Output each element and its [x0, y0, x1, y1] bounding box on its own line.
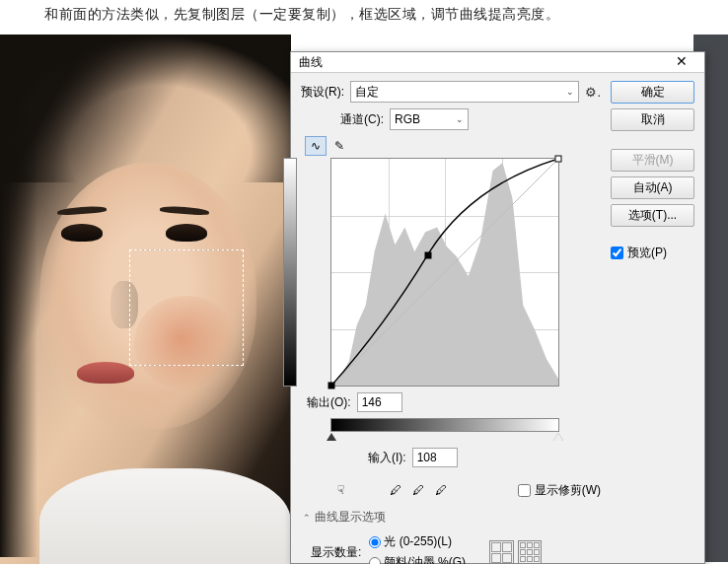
chevron-down-icon: ⌄ [566, 87, 574, 97]
instruction-text: 和前面的方法类似，先复制图层（一定要复制），框选区域，调节曲线提高亮度。 [44, 6, 559, 24]
svg-line-1 [331, 159, 558, 386]
eyedropper-black-icon[interactable]: 🖊 [386, 481, 405, 499]
mouth [77, 362, 134, 384]
channel-label: 通道(C): [340, 111, 384, 128]
selection-marquee[interactable] [129, 249, 244, 366]
preset-label: 预设(R): [301, 84, 344, 101]
hand-tool-icon[interactable]: ☟ [330, 481, 350, 499]
gear-icon[interactable]: ⚙. [585, 85, 601, 100]
curve-options-title: 曲线显示选项 [315, 509, 386, 526]
eyedropper-white-icon[interactable]: 🖊 [431, 481, 451, 499]
black-point-slider[interactable] [327, 433, 336, 441]
pencil-tool-button[interactable]: ✎ [328, 136, 350, 156]
display-amount-label: 显示数量: [311, 544, 361, 561]
curve-tool-button[interactable]: ∿ [305, 136, 327, 156]
eye-right [166, 224, 207, 242]
radio-light[interactable]: 光 (0-255)(L) [369, 533, 466, 550]
input-field[interactable] [412, 448, 458, 467]
collapse-icon: ⌃ [303, 513, 311, 523]
curve-options-toggle[interactable]: ⌃ 曲线显示选项 [303, 509, 601, 526]
input-label: 输入(I): [368, 450, 406, 466]
output-field[interactable] [357, 392, 402, 412]
preset-select[interactable]: 自定 ⌄ [350, 81, 579, 103]
preview-label: 预览(P) [627, 245, 667, 261]
eyedropper-gray-icon[interactable]: 🖊 [408, 481, 428, 499]
curve-icon: ∿ [311, 139, 321, 153]
curve-point-mid[interactable] [424, 252, 431, 259]
show-clipping-checkbox[interactable]: 显示修剪(W) [518, 482, 601, 499]
curve-point-shadow[interactable] [328, 383, 335, 389]
curves-dialog: 曲线 ✕ 预设(R): 自定 ⌄ ⚙. 通道(C): RGB ⌄ [290, 51, 705, 564]
channel-value: RGB [395, 112, 420, 126]
grid-simple-icon[interactable] [489, 540, 514, 565]
curve-graph[interactable] [330, 158, 559, 387]
eye-left [61, 224, 103, 242]
hair-side [0, 113, 39, 557]
curve-line [331, 159, 558, 386]
close-icon[interactable]: ✕ [667, 52, 696, 72]
curve-point-highlight[interactable] [555, 156, 562, 163]
smooth-button: 平滑(M) [611, 149, 694, 172]
chevron-down-icon: ⌄ [456, 114, 464, 124]
white-point-slider[interactable] [553, 433, 563, 441]
vertical-gradient [283, 158, 297, 387]
radio-pigment[interactable]: 颜料/油墨 %(G) [369, 554, 466, 564]
dialog-title: 曲线 [299, 54, 323, 71]
horizontal-gradient[interactable] [330, 418, 559, 432]
options-button[interactable]: 选项(T)... [611, 204, 694, 227]
preset-value: 自定 [355, 84, 379, 101]
auto-button[interactable]: 自动(A) [611, 176, 694, 199]
collar-region [39, 468, 291, 564]
cancel-button[interactable]: 取消 [611, 108, 694, 131]
show-clipping-label: 显示修剪(W) [535, 482, 601, 499]
grid-detail-icon[interactable] [518, 540, 542, 565]
channel-select[interactable]: RGB ⌄ [390, 108, 469, 130]
ok-button[interactable]: 确定 [611, 81, 694, 104]
output-label: 输出(O): [307, 394, 351, 411]
hair-region [0, 35, 291, 182]
titlebar[interactable]: 曲线 ✕ [291, 52, 704, 73]
preview-checkbox[interactable]: 预览(P) [611, 245, 694, 261]
pencil-icon: ✎ [334, 139, 344, 153]
